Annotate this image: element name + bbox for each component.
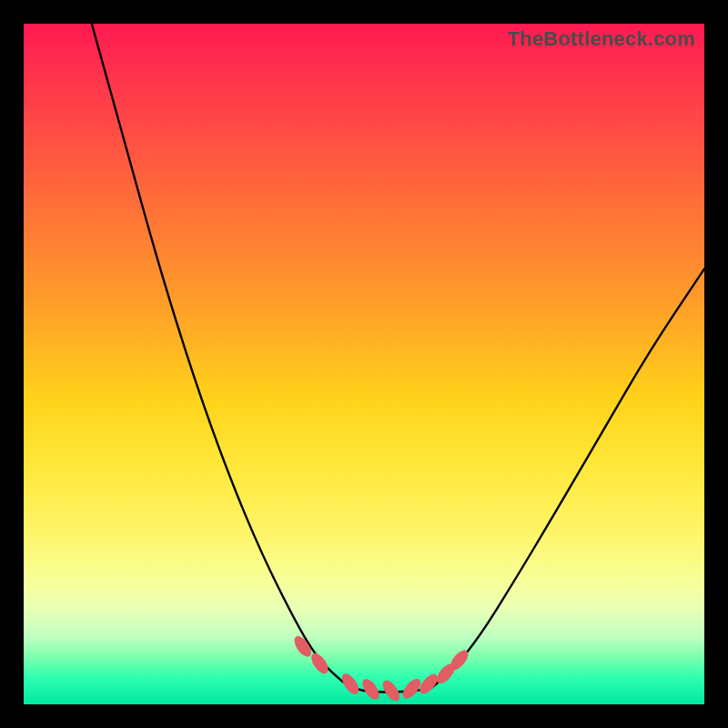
bottleneck-curve (92, 24, 704, 693)
curve-path (92, 24, 704, 693)
valley-marker (308, 651, 332, 677)
valley-marker (339, 671, 362, 697)
valley-marker (379, 678, 403, 704)
chart-plot-area: TheBottleneck.com (24, 24, 704, 704)
valley-markers (291, 633, 471, 703)
curve-layer (24, 24, 704, 704)
